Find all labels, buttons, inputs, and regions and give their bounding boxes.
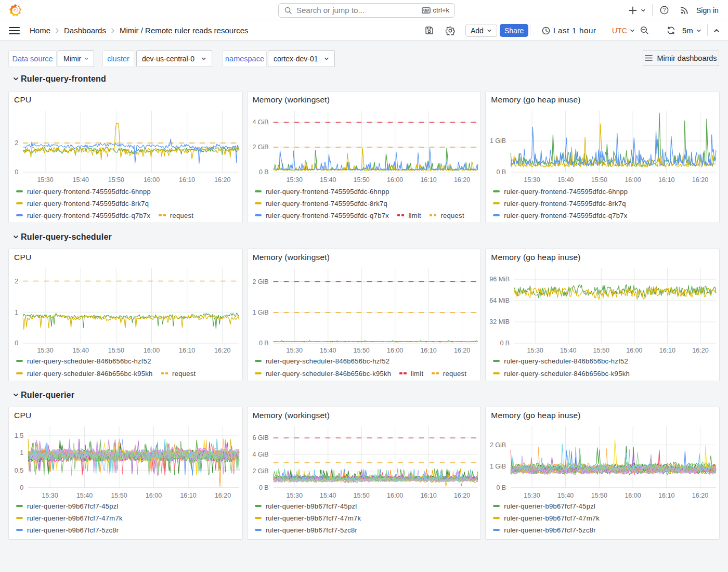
- svg-text:16:00: 16:00: [387, 176, 403, 184]
- svg-text:1 GiB: 1 GiB: [490, 463, 506, 470]
- svg-text:4 GiB: 4 GiB: [252, 451, 268, 458]
- svg-text:2: 2: [15, 278, 18, 285]
- svg-text:15:30: 15:30: [37, 176, 53, 184]
- svg-text:2 GiB: 2 GiB: [490, 441, 506, 449]
- svg-text:96 MiB: 96 MiB: [490, 276, 510, 283]
- svg-text:0 B: 0 B: [259, 340, 269, 347]
- svg-text:16:10: 16:10: [420, 347, 436, 354]
- svg-text:2 GiB: 2 GiB: [252, 144, 268, 151]
- svg-text:15:50: 15:50: [353, 492, 369, 499]
- svg-text:16:10: 16:10: [420, 176, 436, 184]
- svg-text:15:40: 15:40: [76, 492, 93, 499]
- svg-text:15:30: 15:30: [37, 347, 53, 354]
- svg-text:16:20: 16:20: [693, 347, 709, 354]
- svg-text:15:40: 15:40: [320, 492, 336, 499]
- svg-text:15:30: 15:30: [527, 347, 543, 354]
- svg-text:0: 0: [20, 484, 23, 491]
- svg-text:15:40: 15:40: [73, 176, 89, 184]
- svg-text:0 B: 0 B: [259, 484, 269, 491]
- svg-text:2 GiB: 2 GiB: [252, 467, 268, 475]
- svg-text:1: 1: [15, 309, 18, 316]
- svg-text:15:50: 15:50: [353, 176, 369, 184]
- svg-text:15:50: 15:50: [111, 492, 127, 499]
- svg-text:0 B: 0 B: [259, 168, 269, 176]
- svg-text:0 B: 0 B: [497, 168, 506, 176]
- svg-text:16:10: 16:10: [180, 492, 196, 499]
- svg-text:0: 0: [15, 168, 18, 176]
- svg-text:15:30: 15:30: [42, 492, 58, 499]
- svg-text:15:50: 15:50: [591, 492, 607, 499]
- svg-text:15:40: 15:40: [73, 347, 89, 354]
- svg-text:1.5: 1.5: [15, 432, 23, 439]
- svg-text:15:30: 15:30: [286, 492, 302, 499]
- svg-text:16:10: 16:10: [179, 347, 195, 354]
- svg-text:6 GiB: 6 GiB: [252, 434, 268, 441]
- svg-text:2 GiB: 2 GiB: [252, 278, 268, 285]
- svg-text:16:20: 16:20: [454, 492, 470, 499]
- svg-text:15:40: 15:40: [557, 492, 574, 499]
- svg-text:15:50: 15:50: [108, 176, 124, 184]
- svg-text:15:30: 15:30: [286, 176, 302, 184]
- svg-text:15:40: 15:40: [320, 176, 336, 184]
- svg-text:16:10: 16:10: [659, 347, 675, 354]
- svg-text:16:00: 16:00: [144, 347, 160, 354]
- svg-text:4 GiB: 4 GiB: [252, 119, 268, 126]
- svg-text:16:20: 16:20: [454, 176, 470, 184]
- svg-text:16:20: 16:20: [215, 492, 231, 499]
- svg-text:64 MiB: 64 MiB: [490, 297, 510, 304]
- svg-text:16:10: 16:10: [658, 176, 674, 184]
- svg-text:15:30: 15:30: [524, 492, 540, 499]
- svg-text:0 B: 0 B: [500, 340, 510, 347]
- svg-text:1 GiB: 1 GiB: [252, 309, 268, 316]
- svg-text:2: 2: [15, 139, 18, 147]
- svg-text:32 MiB: 32 MiB: [490, 318, 510, 326]
- svg-text:16:00: 16:00: [627, 347, 643, 354]
- svg-text:16:20: 16:20: [692, 176, 708, 184]
- svg-text:0 B: 0 B: [497, 484, 506, 491]
- svg-text:1: 1: [20, 449, 23, 457]
- svg-text:15:50: 15:50: [108, 347, 124, 354]
- svg-text:15:40: 15:40: [560, 347, 576, 354]
- svg-text:16:20: 16:20: [454, 347, 470, 354]
- svg-text:15:30: 15:30: [524, 176, 540, 184]
- svg-text:16:00: 16:00: [625, 492, 641, 499]
- svg-text:16:10: 16:10: [179, 176, 195, 184]
- svg-text:16:10: 16:10: [658, 492, 674, 499]
- svg-text:15:50: 15:50: [593, 347, 609, 354]
- svg-text:16:20: 16:20: [214, 347, 230, 354]
- svg-text:15:50: 15:50: [591, 176, 607, 184]
- svg-text:16:00: 16:00: [387, 347, 403, 354]
- svg-text:?: ?: [663, 7, 666, 13]
- svg-text:0.5: 0.5: [15, 467, 23, 474]
- svg-text:0: 0: [15, 340, 18, 347]
- svg-text:15:40: 15:40: [320, 347, 336, 354]
- svg-text:16:20: 16:20: [692, 492, 708, 499]
- svg-text:16:00: 16:00: [387, 492, 403, 499]
- svg-text:16:00: 16:00: [625, 176, 641, 184]
- svg-text:16:20: 16:20: [214, 176, 230, 184]
- svg-text:16:10: 16:10: [420, 492, 436, 499]
- svg-text:16:00: 16:00: [146, 492, 162, 499]
- svg-text:16:00: 16:00: [144, 176, 160, 184]
- svg-text:15:30: 15:30: [286, 347, 302, 354]
- svg-text:1 GiB: 1 GiB: [490, 137, 506, 145]
- svg-text:15:50: 15:50: [353, 347, 369, 354]
- svg-text:15:40: 15:40: [557, 176, 574, 184]
